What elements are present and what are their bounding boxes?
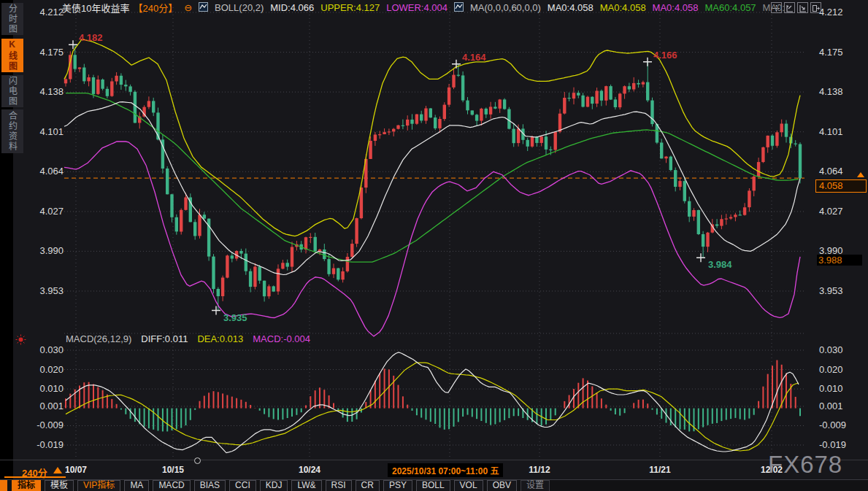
watermark: FX678 [768,451,842,479]
candle-body [452,75,455,88]
toolbar-item-macd[interactable]: MACD [153,480,190,491]
toolbar-item-ma[interactable]: MA [124,480,149,491]
crosshair-tool-icon[interactable] [771,2,782,13]
candle-body [785,124,788,137]
candle-body [120,76,123,85]
chart-window-controls [771,2,821,13]
macd-tick-left: 0.010 [29,384,64,394]
toolbar-item-psy[interactable]: PSY [383,480,412,491]
candle-body [396,125,399,129]
candle-body [493,107,496,108]
candle-body [87,77,90,81]
trading-chart-app: 分时图 K线图 闪电图 合约资料 美债10年收益率 【240分】 ⊖ BOLL(… [0,0,868,491]
toolbar-item-cr[interactable]: CR [356,480,380,491]
toolbar-item-obv[interactable]: OBV [487,480,517,491]
tab-label: 合约资料 [7,111,19,152]
period-label[interactable]: 【240分】 [133,1,177,15]
candle-body [753,177,756,190]
period-dropdown-icon[interactable] [53,467,62,473]
candle-body [614,99,617,107]
sidebar-tab-kline[interactable]: K线图 [1,39,23,72]
extreme-cross-icon [643,58,652,66]
candle-body [563,98,566,114]
price-tick-right: 4.027 [819,206,843,217]
candle-body [318,250,321,251]
toolbar-item-vol[interactable]: VOL [454,480,483,491]
macd-name[interactable]: MACD(26,12,9) [66,333,131,344]
date-label: 10/15 [162,465,184,475]
toolbar-item-settings[interactable]: 设置 [521,480,550,491]
candle-body [64,79,67,83]
candle-body [249,271,252,287]
candle-body [729,217,732,219]
toolbar-item-vip-indicator[interactable]: VIP指标 [77,480,120,491]
candle-body [739,214,742,215]
candle-body [429,109,432,118]
candle-body [231,255,234,258]
ma-name[interactable]: MA(0,0,0,60,0,0) [470,2,541,13]
macd-tick-right: -0.019 [819,440,846,450]
axis-scale-left-icon[interactable] [784,2,795,13]
candle-body [124,85,127,86]
toolbar-item-rsi[interactable]: RSI [326,480,352,491]
candle-body [286,263,289,266]
candle-body [586,97,589,107]
candle-body [757,162,760,177]
collapse-icon[interactable]: ⊖ [184,2,192,13]
sidebar-tab-time-share[interactable]: 分时图 [1,3,23,35]
candle-body [503,99,506,109]
axis-scale-right-icon[interactable] [797,2,808,13]
toolbar-item-cci[interactable]: CCI [229,480,256,491]
current-price-badge: 4.058 [815,179,867,193]
macd-tick-left: 0.020 [29,365,64,375]
candle-body [180,210,183,232]
candle-body [526,140,529,147]
candle-body [499,99,502,108]
toolbar-item-template[interactable]: 模板 [45,480,74,491]
indicator-alert-icon[interactable] [15,334,26,348]
panel-resize-handle[interactable] [194,457,201,464]
candle-body [702,234,704,247]
sidebar-tab-flash[interactable]: 闪电图 [1,75,23,107]
candle-body [485,109,488,115]
price-tick-left: 4.212 [29,7,64,18]
toolbar-item-bias[interactable]: BIAS [194,480,226,491]
candle-body [642,82,645,85]
toolbar-item-lwr[interactable]: LW& [291,480,321,491]
toolbar-item-kdj[interactable]: KDJ [260,480,288,491]
indicator-toolbar: 指标模板VIP指标MAMACDBIASCCIKDJLW&RSICRPSYBOLL… [0,479,868,491]
candle-body [678,181,681,187]
price-tick-right: 4.138 [819,87,843,97]
toolbar-item-boll[interactable]: BOLL [416,480,450,491]
sidebar-tab-contract-info[interactable]: 合约资料 [1,109,23,153]
price-macd-chart[interactable] [0,0,868,491]
boll-name[interactable]: BOLL(20,2) [215,2,264,13]
candle-body [184,198,187,210]
candle-body [291,247,293,267]
ma0-value-3: MA0:4.058 [653,2,699,13]
boll-indicator-icon [199,2,208,14]
candle-body [420,115,423,121]
price-tick-left: 3.990 [29,246,64,256]
candle-body [341,271,344,279]
candle-body [309,237,312,238]
ma60-value: MA60:4.057 [704,2,756,13]
low-price-annotation: 3.935 [223,312,247,323]
candle-body [101,80,104,89]
candle-body [660,143,663,159]
candle-body [355,218,358,244]
candle-body [650,101,653,125]
candle-body [545,136,548,150]
candle-body [406,120,409,125]
candle-body [415,115,418,124]
candle-body [581,96,584,107]
candle-body [748,190,750,207]
candle-body [794,144,797,144]
price-tick-right: 4.101 [819,127,843,137]
selected-date-label: 2025/10/31 07:00~11:00 五 [388,463,503,477]
ma60-line [66,93,799,263]
toolbar-item-indicator[interactable]: 指标 [12,480,41,491]
candle-body [332,268,335,274]
price-tick-left: 4.101 [29,127,64,137]
detach-window-icon[interactable] [810,2,821,13]
